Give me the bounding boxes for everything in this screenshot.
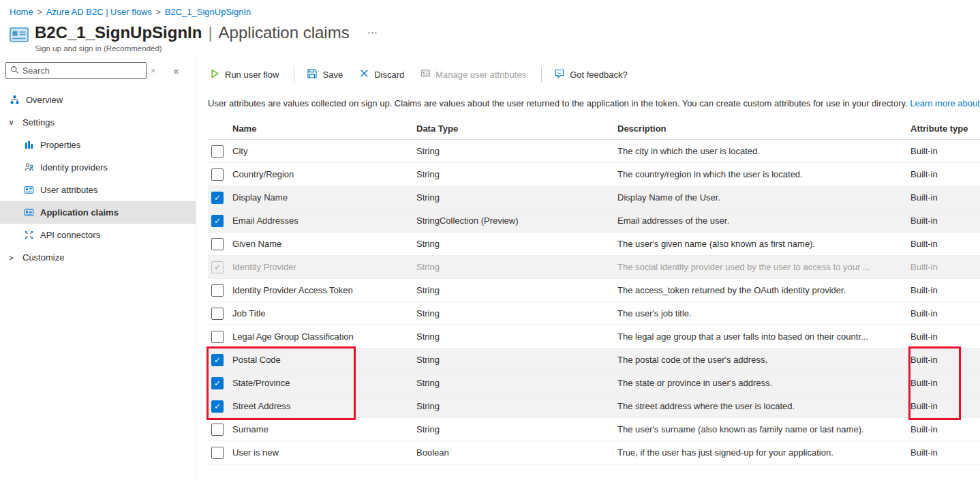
claim-description: The user's given name (also known as fir…	[617, 239, 910, 249]
claim-description: The legal age group that a user falls in…	[617, 331, 910, 342]
claim-attribute-type: Built-in	[910, 146, 980, 156]
search-input[interactable]	[22, 66, 142, 76]
sidebar-item-settings[interactable]: ∨ Settings	[0, 111, 196, 134]
sidebar-item-user-attributes[interactable]: User attributes	[0, 179, 196, 201]
checkmark-icon: ✓	[214, 263, 221, 271]
got-feedback-label: Got feedback?	[570, 70, 628, 80]
table-row: ✓ Legal Age Group Classification String …	[208, 325, 980, 349]
row-checkbox[interactable]: ✓	[211, 354, 224, 366]
claim-name: Given Name	[232, 239, 416, 249]
claim-attribute-type: Built-in	[910, 216, 980, 226]
claim-description: Display Name of the User.	[617, 192, 910, 203]
description-text: User attributes are values collected on …	[208, 98, 910, 108]
row-checkbox[interactable]: ✓	[211, 192, 224, 204]
manage-user-attributes-label: Manage user attributes	[435, 70, 526, 80]
breadcrumb-link-userflows[interactable]: Azure AD B2C | User flows	[46, 7, 152, 17]
row-checkbox-cell: ✓	[208, 400, 232, 413]
claim-attribute-type: Built-in	[910, 239, 980, 249]
row-checkbox[interactable]: ✓	[211, 377, 224, 389]
manage-user-attributes-button: Manage user attributes	[419, 68, 527, 80]
claim-name: State/Province	[232, 378, 416, 388]
claim-data-type: String	[416, 239, 617, 249]
table-row: ✓ Country/Region String The country/regi…	[208, 163, 980, 186]
claim-name: Surname	[232, 424, 416, 434]
row-checkbox[interactable]: ✓	[211, 424, 224, 436]
row-checkbox[interactable]: ✓	[211, 308, 224, 320]
row-checkbox[interactable]: ✓	[211, 215, 224, 227]
row-checkbox[interactable]: ✓	[211, 284, 224, 297]
discard-button[interactable]: Discard	[358, 68, 405, 80]
table-row: ✓ Surname String The user's surname (als…	[208, 418, 980, 441]
breadcrumb-separator: >	[152, 8, 165, 17]
claim-name: Identity Provider Access Token	[232, 285, 416, 295]
table-row: ✓ Street Address String The street addre…	[208, 395, 980, 418]
checkmark-icon: ✓	[214, 379, 221, 387]
sidebar-item-label: Identity providers	[40, 162, 108, 173]
row-checkbox-cell: ✓	[208, 284, 232, 297]
feedback-icon	[554, 68, 565, 81]
chevron-down-icon: ∨	[7, 118, 16, 127]
sidebar-item-properties[interactable]: Properties	[0, 134, 196, 156]
table-row: ✓ Email Addresses StringCollection (Prev…	[208, 209, 980, 233]
claim-name: Street Address	[232, 401, 416, 411]
run-user-flow-label: Run user flow	[225, 70, 279, 80]
play-icon	[209, 68, 220, 81]
claim-name: Legal Age Group Classification	[232, 331, 416, 342]
sidebar-item-label: Overview	[26, 95, 63, 105]
row-checkbox[interactable]: ✓	[211, 400, 224, 413]
save-button[interactable]: Save	[305, 68, 344, 81]
sidebar-item-overview[interactable]: Overview	[0, 89, 196, 111]
got-feedback-button[interactable]: Got feedback?	[553, 68, 629, 81]
page-header: B2C_1_SignUpSignIn | Application claims …	[0, 17, 980, 53]
row-checkbox-cell: ✓	[208, 145, 232, 158]
api-connectors-icon	[23, 230, 34, 241]
more-options-button[interactable]: ⋯	[367, 27, 379, 39]
properties-icon	[23, 140, 34, 151]
checkmark-icon: ✓	[214, 194, 221, 202]
claim-description: The user's surname (also known as family…	[617, 424, 910, 434]
breadcrumb-link-current[interactable]: B2C_1_SignUpSignIn	[165, 7, 251, 17]
claim-description: The city in which the user is located.	[617, 146, 910, 156]
claim-attribute-type: Built-in	[910, 331, 980, 342]
claim-data-type: String	[416, 262, 617, 272]
claim-name: Country/Region	[232, 169, 416, 179]
run-user-flow-button[interactable]: Run user flow	[208, 68, 280, 81]
save-icon	[307, 68, 318, 81]
row-checkbox[interactable]: ✓	[211, 447, 224, 459]
claim-description: The user's job title.	[617, 308, 910, 318]
sidebar-item-customize[interactable]: > Customize	[0, 246, 196, 269]
claim-attribute-type: Built-in	[910, 262, 980, 272]
collapse-sidebar-button[interactable]: «	[170, 64, 183, 78]
claim-description: The access_token returned by the OAuth i…	[617, 285, 910, 295]
sidebar-item-identity-providers[interactable]: Identity providers	[0, 156, 196, 179]
table-row: ✓ User is new Boolean True, if the user …	[208, 441, 980, 464]
row-checkbox[interactable]: ✓	[211, 331, 224, 343]
row-checkbox[interactable]: ✓	[211, 168, 224, 181]
row-checkbox-cell: ✓	[208, 377, 232, 389]
user-flow-icon	[10, 25, 29, 47]
learn-more-link[interactable]: Learn more about user attributes and cla…	[910, 98, 980, 108]
row-checkbox[interactable]: ✓	[211, 145, 224, 158]
table-row: ✓ Postal Code String The postal code of …	[208, 349, 980, 372]
claim-attribute-type: Built-in	[910, 192, 980, 203]
clear-search-button[interactable]: ×	[147, 64, 160, 77]
claim-name: Postal Code	[232, 355, 416, 365]
sidebar-item-api-connectors[interactable]: API connectors	[0, 224, 196, 246]
claim-attribute-type: Built-in	[910, 378, 980, 388]
column-header-name: Name	[232, 123, 416, 134]
toolbar-separator	[294, 67, 294, 82]
claim-data-type: String	[416, 355, 617, 365]
row-checkbox-cell: ✓	[208, 192, 232, 204]
page-title-section: Application claims	[219, 23, 350, 43]
claim-attribute-type: Built-in	[910, 424, 980, 434]
search-icon	[10, 65, 22, 77]
claim-data-type: StringCollection (Preview)	[416, 216, 617, 226]
close-icon	[359, 68, 369, 80]
breadcrumb-link-home[interactable]: Home	[10, 7, 33, 17]
row-checkbox-cell: ✓	[208, 168, 232, 181]
breadcrumb: Home > Azure AD B2C | User flows > B2C_1…	[0, 0, 980, 17]
claim-data-type: String	[416, 192, 617, 203]
sidebar-item-application-claims[interactable]: Application claims	[0, 201, 196, 224]
row-checkbox[interactable]: ✓	[211, 238, 224, 250]
page-description: User attributes are values collected on …	[208, 98, 980, 109]
